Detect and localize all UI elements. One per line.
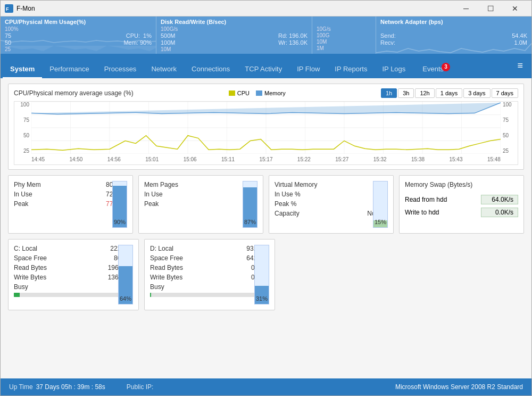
- chart-legend: CPU Memory: [229, 90, 286, 96]
- x-1538: 15:38: [411, 156, 425, 162]
- c-drive-card: C: Local 222.5 G Space Free 80.6 G Read …: [8, 239, 139, 310]
- d-read-row: Read Bytes 0.0K/s: [150, 264, 269, 271]
- d-busy-label: Busy: [150, 283, 164, 291]
- chart-header: CPU/Physical memory average usage (%) CP…: [14, 88, 518, 98]
- tab-connections[interactable]: Connections: [184, 61, 237, 78]
- mem-pages-bar-label: 87%: [243, 219, 257, 225]
- c-write-label: Write Bytes: [14, 274, 46, 281]
- c-free-row: Space Free 80.6 G: [14, 254, 133, 262]
- chart-y-left: 100 75 50 25: [14, 102, 31, 154]
- scale-1m: 1M: [317, 45, 371, 51]
- x-1522: 15:22: [297, 156, 311, 162]
- time-7days[interactable]: 7 days: [492, 88, 518, 98]
- os-info: Microsoft Windows Server 2008 R2 Standar…: [395, 383, 523, 391]
- uptime-item: Up Time 37 Days 05h : 39m : 58s: [9, 383, 105, 391]
- nav-menu-button[interactable]: ≡: [511, 56, 529, 76]
- phy-mem-row: Phy Mem 8005 M: [14, 181, 127, 188]
- c-busy-row: Busy 0.5%: [14, 283, 133, 291]
- d-disk-bar: 31%: [254, 245, 269, 304]
- yr-75: 75: [503, 117, 509, 123]
- network-title: Network Adapter (bps): [380, 19, 527, 25]
- phy-peak-row: Peak 7764 M: [14, 200, 127, 208]
- swap-title: Memory Swap (Bytes/s): [405, 181, 472, 188]
- tab-ip-reports[interactable]: IP Reports: [327, 61, 375, 78]
- d-free-label: Space Free: [150, 254, 183, 262]
- time-3days[interactable]: 3 days: [463, 88, 490, 98]
- time-1h[interactable]: 1h: [381, 88, 397, 98]
- window-title: F-Mon: [16, 5, 454, 12]
- y-25: 25: [23, 148, 29, 154]
- pages-peak-label: Peak: [144, 200, 159, 208]
- memory-legend: Memory: [256, 90, 286, 96]
- d-title: D: Local: [150, 245, 173, 252]
- time-1days[interactable]: 1 days: [436, 88, 462, 98]
- disk-100g: 100G/s: [161, 26, 307, 32]
- time-range-buttons: 1h 3h 12h 1 days 3 days 7 days: [381, 88, 518, 98]
- chart-svg-container: [31, 102, 501, 154]
- tab-tcp-activity[interactable]: TCP Activity: [237, 61, 289, 78]
- time-12h[interactable]: 12h: [415, 88, 434, 98]
- c-progress-row: 64%: [14, 293, 133, 304]
- y-75: 75: [23, 117, 29, 123]
- virt-peak-label: Peak %: [275, 200, 296, 208]
- x-1445: 14:45: [31, 156, 45, 162]
- d-free-row: Space Free 642.3 G: [150, 254, 269, 262]
- cpu-mem-title: CPU/Physical Mem Usage(%): [5, 19, 152, 25]
- tab-events[interactable]: Events 3: [415, 61, 451, 78]
- c-read-label: Read Bytes: [14, 264, 47, 271]
- main-content: CPU/Physical memory average usage (%) CP…: [1, 78, 531, 378]
- memory-legend-color: [256, 90, 262, 96]
- d-read-label: Read Bytes: [150, 264, 183, 271]
- disk-500m: 500M: [161, 32, 176, 39]
- tab-performance[interactable]: Performance: [42, 61, 96, 78]
- tab-system[interactable]: System: [3, 61, 42, 78]
- tab-network[interactable]: Network: [144, 61, 184, 78]
- c-disk-bar: 64%: [118, 245, 133, 304]
- ip-label: Public IP:: [127, 383, 154, 391]
- x-1517: 15:17: [259, 156, 272, 162]
- x-1506: 15:06: [184, 156, 197, 162]
- events-badge: 3: [442, 63, 450, 71]
- close-button[interactable]: ✕: [503, 1, 527, 16]
- d-progress-row: [150, 293, 269, 297]
- x-1532: 15:32: [373, 156, 387, 162]
- pages-peak-row: Peak 19 G: [144, 200, 257, 208]
- time-3h[interactable]: 3h: [398, 88, 414, 98]
- disk-stats: Disk Read/Write (B/sec) 100G/s 500M Rd: …: [156, 16, 312, 54]
- c-disk-bar-label: 64%: [119, 295, 132, 302]
- pages-label: Mem Pages: [144, 181, 178, 188]
- virt-inuse-row: In Use % 15 %: [275, 191, 388, 198]
- mem-pages-card: Mem Pages 22 G In Use 19 G Peak 19 G 87%: [138, 175, 263, 234]
- x-1501: 15:01: [145, 156, 159, 162]
- virt-title: Virtual Memory: [275, 181, 317, 188]
- tab-ip-flow[interactable]: IP Flow: [289, 61, 327, 78]
- yr-25: 25: [503, 148, 509, 154]
- cpu-mem-stats: CPU/Physical Mem Usage(%) 100% 75 CPU: 1…: [1, 16, 156, 54]
- svg-text:F: F: [6, 6, 9, 12]
- x-1456: 14:56: [107, 156, 121, 162]
- phy-inuse-label: In Use: [14, 191, 32, 198]
- virt-title-row: Virtual Memory: [275, 181, 388, 188]
- mem-pages-bar: 87%: [243, 181, 257, 228]
- tab-processes[interactable]: Processes: [97, 61, 144, 78]
- virt-peak-row: Peak % 16 %: [275, 200, 388, 208]
- chart-y-right: 100 75 50 25: [501, 102, 518, 154]
- virtual-mem-bar-label: 15%: [373, 219, 387, 225]
- d-drive-card: D: Local 931.4 G Space Free 642.3 G Read…: [144, 239, 275, 310]
- window-controls: ─ ☐ ✕: [454, 1, 527, 16]
- virt-inuse-label: In Use %: [275, 191, 301, 198]
- minimize-button[interactable]: ─: [454, 1, 478, 16]
- maximize-button[interactable]: ☐: [478, 1, 503, 16]
- chart-title: CPU/Physical memory average usage (%): [14, 89, 134, 97]
- virtual-mem-card: Virtual Memory In Use % 15 % Peak % 16 %…: [269, 175, 394, 234]
- x-1511: 15:11: [221, 156, 235, 162]
- d-write-row: Write Bytes 0.0K/s: [150, 274, 269, 281]
- c-write-row: Write Bytes 136.0K/s: [14, 274, 133, 281]
- disk-100m: 100M: [161, 39, 176, 46]
- chart-area: 100 75 50 25 100 75 50 25: [14, 101, 518, 165]
- scale-10m: 10M: [317, 39, 371, 45]
- tab-ip-logs[interactable]: IP Logs: [375, 61, 413, 78]
- scale-stats: 10G/s 100G 10M 1M: [312, 16, 376, 54]
- uptime-label: Up Time: [9, 383, 33, 391]
- chart-x-labels: 14:45 14:50 14:56 15:01 15:06 15:11 15:1…: [31, 155, 501, 164]
